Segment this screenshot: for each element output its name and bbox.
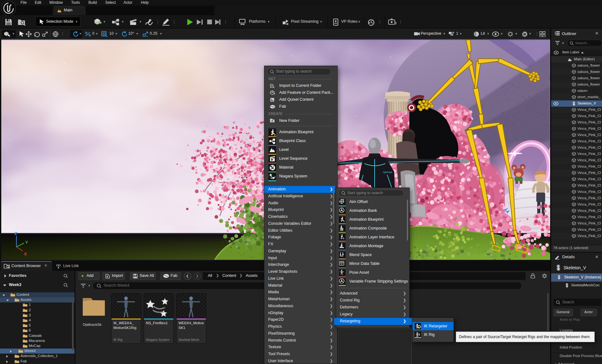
svg-text:X: X	[24, 252, 27, 256]
svg-text:OptiTrack: OptiTrack	[383, 171, 393, 174]
svg-text:Y: Y	[25, 240, 28, 245]
svg-text:Z: Z	[15, 231, 17, 236]
